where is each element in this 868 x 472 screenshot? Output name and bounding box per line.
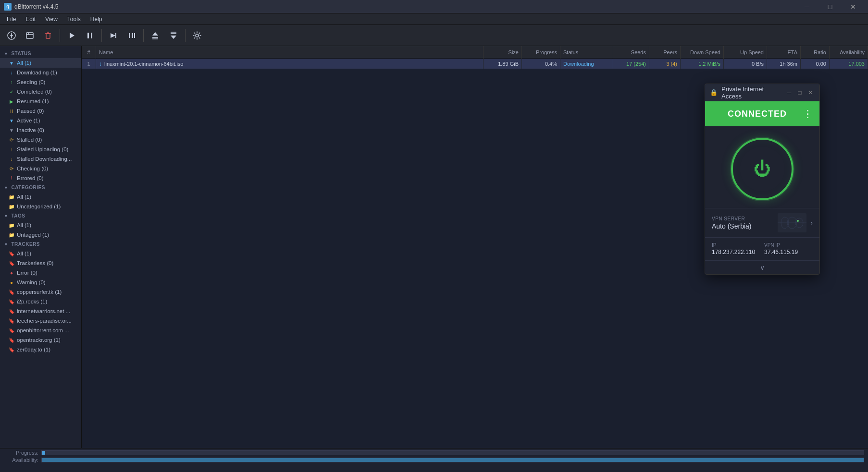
row-down-speed: 1.2 MiB/s: [681, 59, 724, 69]
sidebar-item-tr-leechers[interactable]: 🔖 leechers-paradise.or...: [0, 316, 81, 326]
tr-zer0day-icon: 🔖: [9, 347, 14, 352]
top-priority-button[interactable]: [147, 27, 164, 44]
menu-tools[interactable]: Tools: [62, 13, 86, 25]
bottom-priority-button[interactable]: [165, 27, 182, 44]
sidebar-tr-error-label: Error (0): [17, 270, 77, 276]
sidebar-tr-i2p-label: i2p.rocks (1): [17, 299, 77, 304]
pia-power-ring[interactable]: ⏻: [731, 138, 794, 200]
sidebar-item-tr-i2p[interactable]: 🔖 i2p.rocks (1): [0, 297, 81, 306]
status-chevron: ▼: [4, 51, 8, 56]
completed-icon: ✓: [9, 89, 14, 95]
resume-button[interactable]: [63, 27, 80, 44]
col-size[interactable]: Size: [484, 46, 522, 59]
sidebar-item-completed[interactable]: ✓ Completed (0): [0, 87, 81, 97]
add-link-button[interactable]: [21, 27, 38, 44]
col-availability[interactable]: Availability: [830, 46, 868, 59]
pia-ip-section: IP 178.237.222.110 VPN IP 37.46.115.19: [705, 237, 819, 260]
pause-all-button[interactable]: [123, 27, 140, 44]
sidebar-item-paused[interactable]: ⏸ Paused (0): [0, 106, 81, 116]
sidebar-item-cat-all[interactable]: 📁 All (1): [0, 192, 81, 202]
svg-point-28: [797, 220, 799, 222]
sidebar-item-all[interactable]: ▼ All (1): [0, 58, 81, 68]
menu-file[interactable]: File: [2, 13, 21, 25]
pia-menu-dots[interactable]: ⋮: [803, 108, 813, 120]
pia-server-info: VPN SERVER Auto (Serbia): [712, 216, 774, 230]
active-icon: ▼: [9, 118, 14, 123]
table-row[interactable]: 1 ↓ linuxmint-20.1-cinnamon-64bit.iso 1.…: [82, 59, 868, 69]
categories-chevron: ▼: [4, 185, 8, 190]
sidebar-item-seeding[interactable]: ↑ Seeding (0): [0, 77, 81, 87]
trackers-section-header: ▼ TRACKERS: [0, 240, 81, 249]
pia-close-button[interactable]: ✕: [806, 88, 815, 97]
pia-connected-text: CONNECTED: [712, 109, 803, 119]
sidebar-item-tr-all[interactable]: 🔖 All (1): [0, 249, 81, 258]
pia-minimize-button[interactable]: ─: [785, 88, 794, 97]
sidebar-item-downloading[interactable]: ↓ Downloading (1): [0, 68, 81, 77]
menu-edit[interactable]: Edit: [21, 13, 40, 25]
sidebar-item-tag-all[interactable]: 📁 All (1): [0, 220, 81, 230]
resume-all-button[interactable]: [105, 27, 122, 44]
sidebar-item-tr-zer0day[interactable]: 🔖 zer0day.to (1): [0, 345, 81, 354]
col-up-speed[interactable]: Up Speed: [724, 46, 767, 59]
pia-server-name: Auto (Serbia): [712, 222, 774, 230]
menu-view[interactable]: View: [40, 13, 62, 25]
svg-rect-14: [132, 33, 133, 38]
trackers-chevron: ▼: [4, 242, 8, 247]
menu-help[interactable]: Help: [86, 13, 107, 25]
sidebar-item-stalled-uploading[interactable]: ↑ Stalled Uploading (0): [0, 145, 81, 154]
sidebar-item-stalled-downloading[interactable]: ↓ Stalled Downloading...: [0, 154, 81, 164]
col-num[interactable]: #: [82, 46, 96, 59]
sidebar-item-checking[interactable]: ⟳ Checking (0): [0, 164, 81, 173]
pia-window: 🔒 Private Internet Access ─ □ ✕ CONNECTE…: [705, 84, 820, 275]
sidebar-tag-untagged-label: Untagged (1): [17, 232, 77, 238]
cat-uncat-icon: 📁: [9, 204, 14, 209]
tr-trackerless-icon: 🔖: [9, 261, 14, 266]
progress-track: [41, 450, 864, 455]
add-torrent-button[interactable]: [3, 27, 20, 44]
options-button[interactable]: [188, 27, 206, 44]
sidebar-item-errored[interactable]: ! Errored (0): [0, 173, 81, 183]
pia-title: Private Internet Access: [721, 85, 785, 100]
col-progress[interactable]: Progress: [522, 46, 560, 59]
pia-maximize-button[interactable]: □: [795, 88, 804, 97]
progress-label: Progress:: [4, 450, 38, 456]
sidebar: ▼ STATUS ▼ All (1) ↓ Downloading (1) ↑ S…: [0, 46, 82, 448]
close-button[interactable]: ✕: [842, 0, 864, 13]
col-down-speed[interactable]: Down Speed: [681, 46, 724, 59]
pia-server-section[interactable]: VPN SERVER Auto (Serbia) ›: [705, 208, 819, 237]
sidebar-item-tag-untagged[interactable]: 📁 Untagged (1): [0, 230, 81, 240]
col-name[interactable]: Name: [96, 46, 484, 59]
sidebar-item-tr-error[interactable]: ● Error (0): [0, 268, 81, 278]
pia-expand-button[interactable]: ∨: [705, 260, 819, 274]
col-seeds[interactable]: Seeds: [613, 46, 649, 59]
sidebar-item-inactive[interactable]: ▼ Inactive (0): [0, 125, 81, 135]
progress-fill: [42, 451, 45, 455]
row-availability: 17.003: [830, 59, 868, 69]
maximize-button[interactable]: □: [819, 0, 841, 13]
app-icon: q: [4, 3, 12, 11]
window-controls: ─ □ ✕: [796, 0, 864, 13]
sidebar-item-tr-trackerless[interactable]: 🔖 Trackerless (0): [0, 258, 81, 268]
sidebar-item-cat-uncategorized[interactable]: 📁 Uncategorized (1): [0, 202, 81, 211]
col-ratio[interactable]: Ratio: [801, 46, 830, 59]
row-status: Downloading: [560, 59, 613, 69]
sidebar-item-tr-internetwarriors[interactable]: 🔖 internetwarriors.net ...: [0, 306, 81, 316]
sidebar-item-active[interactable]: ▼ Active (1): [0, 116, 81, 125]
col-peers[interactable]: Peers: [649, 46, 681, 59]
delete-torrent-button[interactable]: [39, 27, 57, 44]
pia-connected-banner[interactable]: CONNECTED ⋮: [705, 101, 819, 126]
col-status[interactable]: Status: [560, 46, 613, 59]
sidebar-item-stalled[interactable]: ⟳ Stalled (0): [0, 135, 81, 145]
sidebar-item-resumed[interactable]: ▶ Resumed (1): [0, 97, 81, 106]
pause-button[interactable]: [81, 27, 99, 44]
svg-marker-16: [152, 32, 158, 36]
sidebar-item-tr-openbittorrent[interactable]: 🔖 openbittorrent.com ...: [0, 326, 81, 335]
sidebar-item-tr-coppersurfer[interactable]: 🔖 coppersurfer.tk (1): [0, 287, 81, 297]
toolbar-sep-1: [60, 29, 60, 42]
sidebar-downloading-label: Downloading (1): [17, 70, 77, 75]
sidebar-item-tr-opentrackr[interactable]: 🔖 opentrackr.org (1): [0, 335, 81, 345]
pia-vpn-ip-block: VPN IP 37.46.115.19: [764, 242, 813, 255]
col-eta[interactable]: ETA: [767, 46, 801, 59]
sidebar-item-tr-warning[interactable]: ● Warning (0): [0, 278, 81, 287]
minimize-button[interactable]: ─: [796, 0, 818, 13]
